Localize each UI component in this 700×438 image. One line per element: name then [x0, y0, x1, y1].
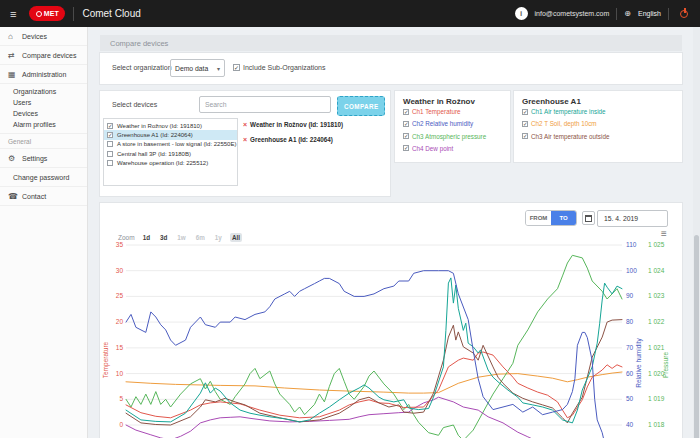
channel-label: Ch2 T Soil, depth 10cm: [531, 120, 597, 127]
device-checkbox[interactable]: [107, 141, 113, 147]
channel-checkbox[interactable]: ✓: [522, 133, 528, 139]
series-ch2-relative-humidity: [126, 271, 605, 438]
sidebar-item-change-password[interactable]: Change password: [0, 168, 87, 187]
axis-tick-label: 1 021: [648, 344, 665, 351]
channel-checkbox[interactable]: ✓: [403, 121, 409, 127]
selected-device-chip: ×Weather in Rožnov (Id: 191810): [243, 121, 343, 128]
page-scrollbar[interactable]: [693, 27, 700, 438]
logo-ring-icon: [36, 11, 42, 17]
scrollbar-thumb[interactable]: [694, 235, 699, 438]
axis-tick-label: 1 022: [648, 318, 665, 325]
axis-tick-label: 15: [116, 344, 124, 351]
hamburger-menu-icon[interactable]: ≡: [10, 8, 16, 20]
sidebar-item-label: Settings: [22, 155, 47, 162]
axis-title: Relative humidity: [635, 338, 643, 388]
logout-power-button[interactable]: [679, 8, 690, 19]
channel-row: ✓Ch3 Air temperature outside: [522, 133, 609, 140]
sidebar-item-users[interactable]: Users: [0, 97, 87, 108]
remove-device-icon[interactable]: ×: [243, 136, 247, 143]
channel-checkbox[interactable]: ✓: [403, 145, 409, 151]
sidebar-item-contact[interactable]: ☎Contact: [0, 187, 87, 206]
sidebar-item-label: Compare devices: [22, 52, 76, 59]
device-label: Central hall 3P (Id: 19180B): [117, 151, 191, 157]
series-ch3-atmospheric-pressure: [126, 255, 622, 438]
device-row[interactable]: Warehouse operation (Id: 225512): [104, 159, 237, 168]
series-ch2-t-soil-depth-10cm: [126, 372, 622, 393]
include-suborgs-checkbox[interactable]: ✓: [233, 64, 240, 71]
channel-checkbox[interactable]: ✓: [403, 133, 409, 139]
channel-row: ✓Ch1 Temperature: [403, 108, 461, 115]
axis-tick-label: 1 024: [648, 267, 665, 274]
device-row[interactable]: ✓Greenhouse A1 (Id: 224064): [104, 130, 237, 139]
axis-tick-label: 30: [116, 267, 124, 274]
select-organization-label: Select organization: [112, 64, 172, 71]
compare-button[interactable]: COMPARE: [337, 96, 385, 116]
organization-select-value: Demo data: [175, 65, 208, 72]
phone-icon: ☎: [8, 192, 22, 201]
selected-device-chip: ×Greenhouse A1 (Id: 224064): [243, 136, 343, 143]
channel-checkbox[interactable]: ✓: [403, 109, 409, 115]
user-avatar[interactable]: i: [515, 7, 528, 20]
sidebar-item-label: Contact: [22, 193, 46, 200]
sidebar-item-organizations[interactable]: Organizations: [0, 86, 87, 97]
axis-tick-label: 80: [626, 318, 634, 325]
selected-device-label: Greenhouse A1 (Id: 224064): [250, 136, 333, 143]
channel-label: Ch1 Air temperature inside: [531, 108, 606, 115]
channel-checkbox[interactable]: ✓: [522, 121, 528, 127]
comet-logo: MET: [29, 6, 65, 21]
sidebar-item-label: Devices: [22, 33, 47, 40]
sidebar-item-label: Administration: [22, 71, 66, 78]
device-checkbox[interactable]: [107, 151, 113, 157]
comparison-chart[interactable]: 353025201510501101009080706050401 0251 0…: [100, 203, 682, 438]
device-label: Warehouse operation (Id: 225512): [117, 160, 208, 166]
include-suborgs-label: Include Sub-Organizations: [243, 64, 326, 71]
device-row[interactable]: A store in basement - low signal (Id: 22…: [104, 140, 237, 149]
sidebar-general-nav: ⚙SettingsChange password☎Contact: [0, 149, 87, 206]
channel-row: ✓Ch4 Dew point: [403, 145, 453, 152]
channel-label: Ch3 Air temperature outside: [531, 133, 609, 140]
channel-panel-title: Weather in Rožnov: [403, 97, 475, 106]
search-input[interactable]: [199, 96, 331, 113]
channel-label: Ch4 Dew point: [412, 145, 453, 152]
language-selector[interactable]: English: [638, 10, 661, 17]
sidebar-item-alarm-profiles[interactable]: Alarm profiles: [0, 119, 87, 130]
sidebar-item-settings[interactable]: ⚙Settings: [0, 149, 87, 168]
device-checkbox[interactable]: [107, 160, 113, 166]
selected-device-label: Weather in Rožnov (Id: 191810): [250, 121, 343, 128]
channel-row: ✓Ch2 T Soil, depth 10cm: [522, 120, 597, 127]
device-checkbox[interactable]: ✓: [107, 132, 113, 138]
device-row[interactable]: Central hall 3P (Id: 19180B): [104, 149, 237, 158]
device-label: A store in basement - low signal (Id: 22…: [117, 141, 236, 147]
device-row[interactable]: ✓Weather in Rožnov (Id: 191810): [104, 121, 237, 130]
top-bar: ≡ MET Comet Cloud i info@cometsystem.com…: [0, 0, 700, 27]
sidebar-item-administration[interactable]: ▦Administration: [0, 65, 87, 84]
chevron-down-icon: ▾: [217, 65, 220, 72]
organization-select[interactable]: Demo data ▾: [170, 59, 225, 77]
channel-panel-title: Greenhouse A1: [522, 97, 581, 106]
axis-tick-label: 1 019: [648, 395, 665, 402]
sidebar-item-devices[interactable]: Devices: [0, 108, 87, 119]
remove-device-icon[interactable]: ×: [243, 121, 247, 128]
sidebar-item-compare-devices[interactable]: ⇄Compare devices: [0, 46, 87, 65]
channel-panel-weather-in-ro-nov: Weather in Rožnov✓Ch1 Temperature✓Ch2 Re…: [395, 91, 510, 162]
sidebar-item-devices[interactable]: ⌂Devices: [0, 27, 87, 46]
axis-tick-label: 70: [626, 344, 634, 351]
axis-tick-label: 1 025: [648, 241, 665, 248]
channel-checkbox[interactable]: ✓: [522, 109, 528, 115]
axis-title: Pressure: [662, 352, 669, 378]
selected-devices: ×Weather in Rožnov (Id: 191810)×Greenhou…: [243, 121, 343, 151]
device-checkbox[interactable]: ✓: [107, 123, 113, 129]
series-ch3-air-temperature-outside: [126, 320, 622, 425]
axis-tick-label: 90: [626, 292, 634, 299]
axis-tick-label: 40: [626, 421, 634, 428]
home-icon: ⌂: [8, 32, 22, 41]
axis-tick-label: 50: [626, 395, 634, 402]
compare-icon: ⇄: [8, 51, 22, 60]
axis-tick-label: 110: [626, 241, 637, 248]
globe-icon: ⊕: [624, 9, 631, 18]
device-label: Weather in Rožnov (Id: 191810): [117, 123, 202, 129]
axis-tick-label: 60: [626, 370, 634, 377]
channel-row: ✓Ch1 Air temperature inside: [522, 108, 606, 115]
axis-tick-label: 35: [116, 241, 124, 248]
sidebar-sub-nav: OrganizationsUsersDevicesAlarm profiles: [0, 84, 87, 134]
